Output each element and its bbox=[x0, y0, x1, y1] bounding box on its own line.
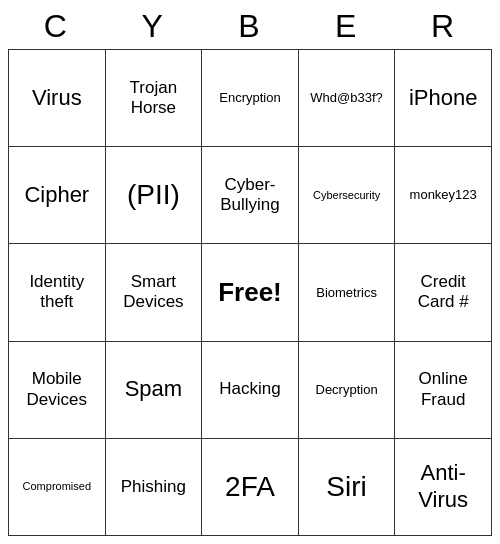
bingo-cell[interactable]: Encryption bbox=[202, 50, 299, 147]
cell-label: TrojanHorse bbox=[110, 78, 198, 119]
bingo-cell[interactable]: monkey123 bbox=[395, 147, 492, 244]
bingo-cell[interactable]: Cybersecurity bbox=[298, 147, 395, 244]
table-row: MobileDevicesSpamHackingDecryptionOnline… bbox=[9, 341, 492, 438]
cell-label: (PII) bbox=[110, 178, 198, 212]
cell-label: Cybersecurity bbox=[303, 189, 391, 202]
bingo-cell[interactable]: Spam bbox=[105, 341, 202, 438]
bingo-grid: VirusTrojanHorseEncryptionWhd@b33f?iPhon… bbox=[8, 49, 492, 536]
cell-label: Siri bbox=[303, 470, 391, 504]
bingo-cell[interactable]: 2FA bbox=[202, 438, 299, 535]
header-e: E bbox=[298, 8, 395, 45]
bingo-cell[interactable]: Biometrics bbox=[298, 244, 395, 341]
cell-label: SmartDevices bbox=[110, 272, 198, 313]
header-c: C bbox=[8, 8, 105, 45]
bingo-cell[interactable]: Virus bbox=[9, 50, 106, 147]
cell-label: Phishing bbox=[110, 477, 198, 497]
cell-label: monkey123 bbox=[399, 187, 487, 203]
bingo-cell[interactable]: Decryption bbox=[298, 341, 395, 438]
table-row: Cipher(PII)Cyber-BullyingCybersecuritymo… bbox=[9, 147, 492, 244]
cell-label: MobileDevices bbox=[13, 369, 101, 410]
bingo-cell[interactable]: Compromised bbox=[9, 438, 106, 535]
header-y: Y bbox=[105, 8, 202, 45]
cell-label: Compromised bbox=[13, 480, 101, 493]
header-b: B bbox=[202, 8, 299, 45]
bingo-cell[interactable]: (PII) bbox=[105, 147, 202, 244]
cell-label: Anti-Virus bbox=[399, 460, 487, 513]
cell-label: Identitytheft bbox=[13, 272, 101, 313]
bingo-cell[interactable]: CreditCard # bbox=[395, 244, 492, 341]
bingo-cell[interactable]: Phishing bbox=[105, 438, 202, 535]
cell-label: Free! bbox=[206, 277, 294, 308]
cell-label: 2FA bbox=[206, 470, 294, 504]
table-row: VirusTrojanHorseEncryptionWhd@b33f?iPhon… bbox=[9, 50, 492, 147]
bingo-cell[interactable]: MobileDevices bbox=[9, 341, 106, 438]
table-row: CompromisedPhishing2FASiriAnti-Virus bbox=[9, 438, 492, 535]
cell-label: Cyber-Bullying bbox=[206, 175, 294, 216]
bingo-cell[interactable]: Identitytheft bbox=[9, 244, 106, 341]
cell-label: Biometrics bbox=[303, 285, 391, 301]
bingo-cell[interactable]: Free! bbox=[202, 244, 299, 341]
bingo-cell[interactable]: Whd@b33f? bbox=[298, 50, 395, 147]
bingo-header: C Y B E R bbox=[8, 8, 492, 45]
cell-label: Virus bbox=[13, 85, 101, 111]
bingo-cell[interactable]: SmartDevices bbox=[105, 244, 202, 341]
header-r: R bbox=[395, 8, 492, 45]
cell-label: OnlineFraud bbox=[399, 369, 487, 410]
cell-label: Spam bbox=[110, 376, 198, 402]
bingo-cell[interactable]: Cipher bbox=[9, 147, 106, 244]
table-row: IdentitytheftSmartDevicesFree!Biometrics… bbox=[9, 244, 492, 341]
bingo-cell[interactable]: iPhone bbox=[395, 50, 492, 147]
bingo-cell[interactable]: Siri bbox=[298, 438, 395, 535]
bingo-cell[interactable]: OnlineFraud bbox=[395, 341, 492, 438]
bingo-cell[interactable]: TrojanHorse bbox=[105, 50, 202, 147]
bingo-cell[interactable]: Cyber-Bullying bbox=[202, 147, 299, 244]
cell-label: Encryption bbox=[206, 90, 294, 106]
cell-label: CreditCard # bbox=[399, 272, 487, 313]
cell-label: Whd@b33f? bbox=[303, 90, 391, 106]
cell-label: Cipher bbox=[13, 182, 101, 208]
bingo-cell[interactable]: Anti-Virus bbox=[395, 438, 492, 535]
bingo-cell[interactable]: Hacking bbox=[202, 341, 299, 438]
cell-label: Decryption bbox=[303, 382, 391, 398]
cell-label: iPhone bbox=[399, 85, 487, 111]
cell-label: Hacking bbox=[206, 379, 294, 399]
